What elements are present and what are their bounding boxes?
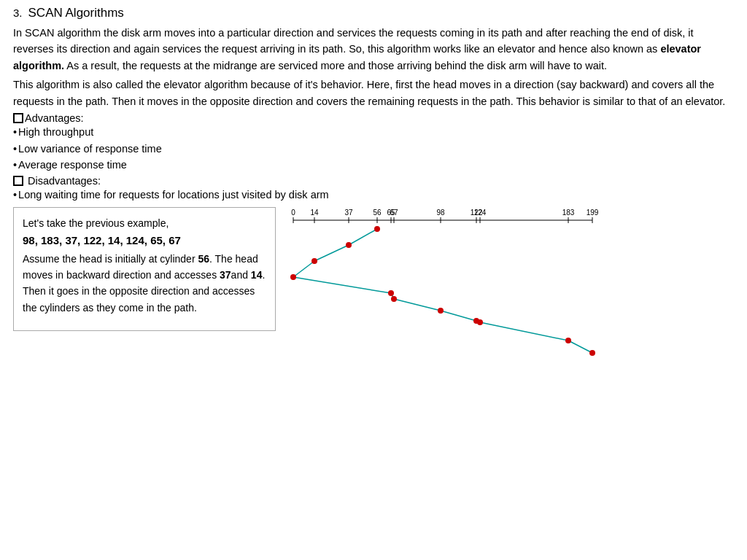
list-item: High throughput (13, 124, 734, 140)
description-para2: This algorithm is also called the elevat… (13, 77, 734, 109)
checkbox-icon-advantages (13, 113, 23, 123)
svg-point-43 (589, 350, 595, 356)
description-para1: In SCAN algorithm the disk arm moves int… (13, 25, 734, 74)
svg-line-28 (394, 299, 441, 311)
svg-point-41 (477, 319, 483, 325)
advantages-title: Advantages: (13, 112, 734, 124)
advantages-section: Advantages: High throughput Low variance… (13, 112, 734, 173)
title-row: 3. SCAN Algorithms (13, 6, 734, 20)
svg-point-38 (391, 296, 397, 302)
example-sequence: 98, 183, 37, 122, 14, 124, 65, 67 (23, 232, 266, 249)
svg-point-42 (565, 338, 571, 343)
page-title: SCAN Algorithms (28, 6, 124, 20)
bottom-section: Let's take the previous example, 98, 183… (13, 207, 734, 360)
disadvantages-section: Disadvantages: Long waiting time for req… (13, 175, 734, 203)
svg-point-37 (388, 290, 394, 296)
checkbox-icon-disadvantages (13, 176, 23, 186)
svg-point-36 (290, 274, 296, 280)
svg-text:0: 0 (291, 209, 295, 217)
example-box: Let's take the previous example, 98, 183… (13, 207, 276, 331)
list-item: Low variance of response time (13, 141, 734, 157)
scan-diagram: 0 14 37 56 65 67 98 (286, 207, 600, 360)
svg-text:37: 37 (344, 209, 353, 217)
svg-point-34 (346, 242, 352, 248)
example-bold-14: 14 (251, 269, 263, 281)
para1b-text: As a result, the requests at the midrang… (64, 60, 607, 71)
disadvantages-title: Disadvantages: (13, 175, 734, 187)
svg-line-32 (568, 341, 592, 353)
svg-line-29 (441, 311, 476, 321)
svg-text:183: 183 (562, 209, 575, 217)
svg-line-31 (480, 322, 568, 341)
example-bold-56: 56 (198, 253, 209, 265)
disadvantages-list: Long waiting time for requests for locat… (13, 187, 734, 203)
svg-line-24 (314, 245, 349, 261)
list-item: Long waiting time for requests for locat… (13, 187, 734, 203)
example-bold-37: 37 (220, 269, 231, 281)
example-text3: and (231, 269, 251, 281)
svg-point-33 (374, 226, 380, 232)
page-container: 3. SCAN Algorithms In SCAN algorithm the… (0, 0, 747, 366)
disadvantages-label: Disadvantages: (28, 175, 101, 187)
diagram-area: 0 14 37 56 65 67 98 (276, 207, 734, 360)
advantages-list: High throughput Low variance of response… (13, 124, 734, 173)
svg-text:199: 199 (587, 209, 599, 217)
example-intro: Let's take the previous example, (23, 215, 266, 231)
svg-line-25 (293, 261, 314, 277)
list-item: Average response time (13, 157, 734, 173)
svg-text:67: 67 (390, 209, 398, 217)
svg-point-35 (311, 258, 317, 264)
svg-text:56: 56 (373, 209, 382, 217)
svg-text:124: 124 (474, 209, 487, 217)
para2-text: This algorithm is also called the elevat… (13, 79, 725, 106)
advantages-label: Advantages: (25, 112, 84, 124)
svg-text:98: 98 (436, 209, 445, 217)
svg-point-39 (438, 308, 444, 314)
para1-text: In SCAN algorithm the disk arm moves int… (13, 27, 694, 55)
svg-line-26 (293, 277, 391, 293)
example-detail: Assume the head is initially at cylinder… (23, 251, 266, 316)
title-number: 3. (13, 7, 23, 19)
example-text1: Assume the head is initially at cylinder (23, 253, 198, 265)
svg-line-23 (349, 229, 377, 245)
svg-text:14: 14 (310, 209, 319, 217)
